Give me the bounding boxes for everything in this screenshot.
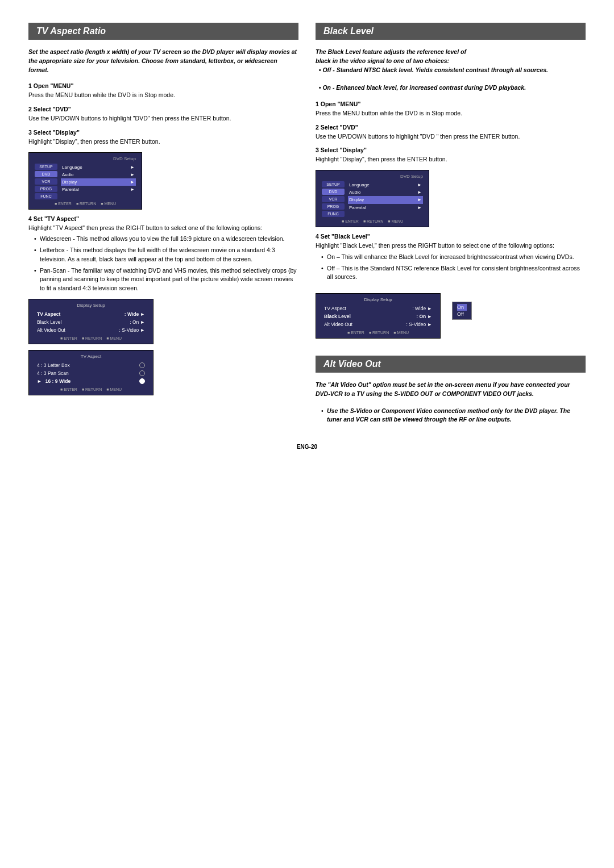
display-menu-title-left: Display Setup (35, 303, 147, 308)
dvd-menu-title-left: DVD Setup (35, 156, 136, 161)
step-2-content: Use the UP/DOWN buttons to highlight "DV… (28, 114, 298, 123)
dvd-menu-body-left: SETUP DVD VCR PROG FUNC Language► Audio►… (35, 164, 136, 199)
bl-step-4-content: Highlight "Black Level," then press the … (316, 241, 586, 251)
alt-video-section: Alt Video Out The "Alt Video Out" option… (316, 356, 586, 424)
page-number: ENG-20 (28, 444, 586, 450)
bl-step-3-block: 3 Select "Display" Highlight "Display", … (316, 147, 586, 164)
display-menu-left: Display Setup TV Aspect: Wide ► Black Le… (28, 299, 154, 344)
dvd-menu-footer-left: ■ ENTER ■ RETURN ■ MENU (35, 202, 136, 206)
bl-sidebar-func: FUNC (322, 211, 345, 217)
dvd-menu-left: DVD Setup SETUP DVD VCR PROG FUNC Langua… (28, 152, 142, 210)
menu-audio: Audio► (61, 171, 136, 178)
bl-step-3-content: Highlight "Display", then press the ENTE… (316, 155, 586, 164)
left-column: TV Aspect Ratio Set the aspect ratio (le… (28, 23, 298, 427)
bl-step-2-header: 2 Select "DVD" (316, 124, 586, 131)
dvd-menu-content-left: Language► Audio► Display► Parental► (61, 164, 136, 199)
tv-aspect-wide-row: ► 16 : 9 Wide (35, 377, 147, 385)
bl-step-1-content: Press the MENU button while the DVD is i… (316, 109, 586, 118)
tv-aspect-menu-footer: ■ ENTER ■ RETURN ■ MENU (35, 387, 147, 391)
black-level-title: Black Level (316, 23, 586, 40)
dvd-menu-footer-right: ■ ENTER ■ RETURN ■ MENU (322, 219, 423, 223)
bl-menu-display: Display► (348, 196, 423, 203)
display-row-tv-aspect: TV Aspect: Wide ► (35, 310, 147, 318)
step-2-header: 2 Select "DVD" (28, 106, 298, 112)
step-3-header: 3 Select "Display" (28, 129, 298, 136)
menu-language: Language► (61, 164, 136, 171)
bl-sidebar-prog: PROG (322, 203, 345, 210)
step-2-block: 2 Select "DVD" Use the UP/DOWN buttons t… (28, 106, 298, 123)
sidebar-setup: SETUP (35, 164, 57, 170)
step-3-block: 3 Select "Display" Highlight "Display", … (28, 129, 298, 147)
right-column: Black Level The Black Level feature adju… (316, 23, 586, 427)
bl-display-row-black-level: Black Level: On ► (322, 312, 434, 320)
bl-step-1-header: 1 Open "MENU" (316, 101, 586, 107)
bullet-panscan: Pan-Scan - The familiar way of watching … (34, 266, 298, 293)
dvd-menu-body-right: SETUP DVD VCR PROG FUNC Language► Audio►… (322, 181, 423, 217)
radio-panscan (139, 370, 145, 376)
step-4-content: Highlight "TV Aspect" then press the RIG… (28, 224, 298, 233)
bl-step-4-block: 4 Set "Black Level" Highlight "Black Lev… (316, 233, 586, 282)
bl-sidebar-dvd: DVD (322, 189, 345, 195)
dvd-menu-content-right: Language► Audio► Display► Parental► (348, 181, 423, 217)
alt-video-intro: The "Alt Video Out" option must be set i… (316, 381, 586, 399)
bl-step-3-header: 3 Select "Display" (316, 147, 586, 153)
display-row-alt-video: Alt Video Out: S-Video ► (35, 326, 147, 334)
step-4-header: 4 Set "TV Aspect" (28, 215, 298, 222)
display-menu-footer-right: ■ ENTER ■ RETURN ■ MENU (322, 331, 434, 335)
sidebar-prog: PROG (35, 186, 57, 192)
bl-dropdown: On Off (452, 302, 472, 320)
step-1-content: Press the MENU button while the DVD is i… (28, 91, 298, 100)
menu-parental: Parental► (61, 186, 136, 193)
step-1-header: 1 Open "MENU" (28, 82, 298, 89)
sidebar-vcr: VCR (35, 178, 57, 185)
step-4-block: 4 Set "TV Aspect" Highlight "TV Aspect" … (28, 215, 298, 293)
black-level-intro: The Black Level feature adjusts the refe… (316, 48, 586, 93)
sidebar-dvd: DVD (35, 171, 57, 177)
dvd-menu-title-right: DVD Setup (322, 174, 423, 179)
bullet-letterbox: Letterbox - This method displays the ful… (34, 246, 298, 264)
dvd-menu-sidebar-right: SETUP DVD VCR PROG FUNC (322, 181, 345, 217)
step-3-content: Highlight "Display", then press the ENTE… (28, 137, 298, 147)
dvd-menu-sidebar-left: SETUP DVD VCR PROG FUNC (35, 164, 57, 199)
radio-letterbox (139, 362, 145, 368)
display-menu-bl-wrapper: Display Setup TV Aspect: Wide ► Black Le… (316, 287, 441, 344)
bl-menu-parental: Parental► (348, 204, 423, 211)
bl-option-on: On (457, 304, 467, 311)
display-menu-footer-left: ■ ENTER ■ RETURN ■ MENU (35, 336, 147, 340)
sidebar-func: FUNC (35, 193, 57, 199)
display-menu-title-right: Display Setup (322, 297, 434, 302)
bl-step-2-content: Use the UP/DOWN buttons to highlight "DV… (316, 132, 586, 141)
bullet-widescreen: Widescreen - This method allows you to v… (34, 235, 298, 244)
step-4-bullets: Widescreen - This method allows you to v… (28, 235, 298, 293)
tv-aspect-letterbox-row: 4 : 3 Letter Box (35, 361, 147, 369)
alt-video-title: Alt Video Out (316, 356, 586, 373)
bl-menu-language: Language► (348, 181, 423, 189)
alt-video-bullet: Use the S-Video or Component Video conne… (321, 407, 586, 425)
menu-display: Display► (61, 178, 136, 186)
bl-bullet-on: On – This will enhance the Black Level f… (321, 253, 586, 262)
dvd-menu-right: DVD Setup SETUP DVD VCR PROG FUNC Langua… (316, 170, 429, 227)
bl-display-row-alt-video: Alt Video Out: S-Video ► (322, 320, 434, 328)
bl-step-4-header: 4 Set "Black Level" (316, 233, 586, 240)
tv-aspect-menu: TV Aspect 4 : 3 Letter Box 4 : 3 Pan Sca… (28, 350, 154, 395)
alt-video-bullets: Use the S-Video or Component Video conne… (316, 407, 586, 425)
bl-step-2-block: 2 Select "DVD" Use the UP/DOWN buttons t… (316, 124, 586, 141)
bl-sidebar-setup: SETUP (322, 181, 345, 187)
tv-aspect-intro: Set the aspect ratio (length x width) of… (28, 48, 298, 74)
display-row-black-level: Black Level: On ► (35, 318, 147, 326)
bl-step-1-block: 1 Open "MENU" Press the MENU button whil… (316, 101, 586, 118)
tv-aspect-menu-title: TV Aspect (35, 354, 147, 359)
bl-menu-audio: Audio► (348, 189, 423, 196)
bl-sidebar-vcr: VCR (322, 196, 345, 202)
bl-step-4-bullets: On – This will enhance the Black Level f… (316, 253, 586, 282)
display-menu-right: Display Setup TV Aspect: Wide ► Black Le… (316, 293, 441, 339)
bl-bullet-off: Off – This is the Standard NTSC referenc… (321, 264, 586, 282)
bl-display-row-tv-aspect: TV Aspect: Wide ► (322, 304, 434, 312)
tv-aspect-panscan-row: 4 : 3 Pan Scan (35, 369, 147, 377)
step-1-block: 1 Open "MENU" Press the MENU button whil… (28, 82, 298, 100)
radio-wide (139, 378, 145, 384)
tv-aspect-ratio-title: TV Aspect Ratio (28, 23, 298, 40)
bl-option-off: Off (457, 311, 467, 318)
